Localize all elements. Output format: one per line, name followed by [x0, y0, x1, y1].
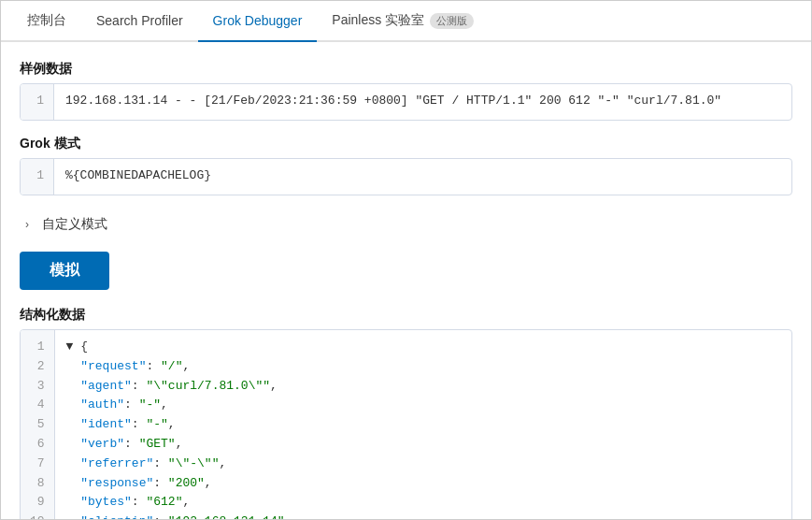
custom-pattern-label: 自定义模式 [42, 216, 107, 233]
top-nav: 控制台 Search Profiler Grok Debugger Painle… [1, 1, 811, 42]
chevron-right-icon: › [20, 217, 35, 232]
nav-painless-lab[interactable]: Painless 实验室 公测版 [317, 1, 489, 42]
nav-console[interactable]: 控制台 [12, 1, 81, 42]
sample-data-label: 样例数据 [20, 61, 792, 78]
structured-data-line-numbers: 1 2 3 4 5 6 7 8 9 10 11 12 13 [21, 330, 55, 520]
sample-data-line-number: 1 [21, 84, 54, 120]
grok-pattern-label: Grok 模式 [20, 136, 792, 152]
sample-data-content[interactable]: 192.168.131.14 - - [21/Feb/2023:21:36:59… [54, 84, 791, 120]
structured-data-editor: 1 2 3 4 5 6 7 8 9 10 11 12 13 ▼ { "reque… [20, 329, 792, 520]
nav-badge: 公测版 [430, 13, 474, 29]
nav-search-profiler[interactable]: Search Profiler [81, 1, 198, 42]
structured-data-label: 结构化数据 [20, 307, 792, 324]
structured-data-content: ▼ { "request": "/", "agent": "\"curl/7.8… [55, 330, 791, 520]
sample-data-editor[interactable]: 1 192.168.131.14 - - [21/Feb/2023:21:36:… [20, 83, 792, 121]
custom-pattern-toggle[interactable]: › 自定义模式 [20, 210, 792, 238]
main-content: 样例数据 1 192.168.131.14 - - [21/Feb/2023:2… [1, 42, 811, 520]
nav-grok-debugger[interactable]: Grok Debugger [198, 1, 318, 42]
simulate-button[interactable]: 模拟 [20, 252, 109, 290]
grok-pattern-line-number: 1 [21, 159, 54, 195]
grok-pattern-content[interactable]: %{COMBINEDAPACHELOG} [54, 159, 791, 195]
grok-pattern-editor[interactable]: 1 %{COMBINEDAPACHELOG} [20, 158, 792, 195]
